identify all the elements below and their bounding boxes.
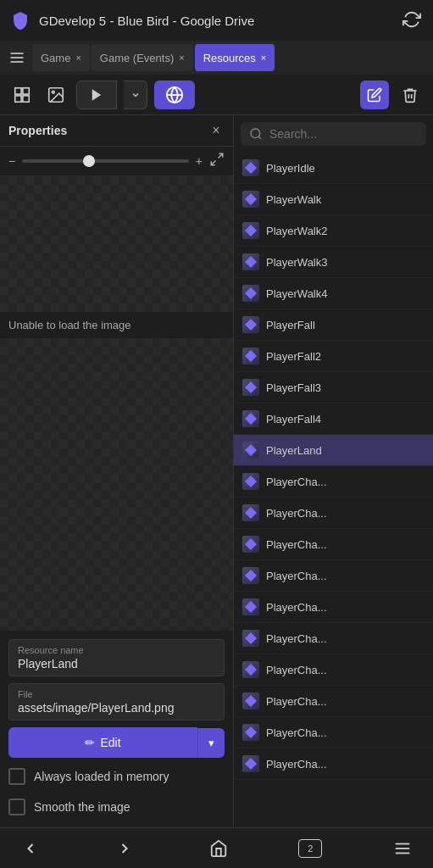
- canvas-error-label: Unable to load the image: [0, 312, 233, 338]
- forward-button[interactable]: [111, 835, 138, 862]
- tab-resources-close[interactable]: ×: [261, 53, 266, 63]
- list-item[interactable]: PlayerCha...: [234, 717, 433, 748]
- list-item[interactable]: PlayerWalk2: [234, 215, 433, 247]
- tab-resources[interactable]: Resources ×: [195, 44, 275, 71]
- home-button[interactable]: [205, 835, 232, 862]
- zoom-thumb: [83, 155, 95, 167]
- resource-thumbnail: [242, 191, 259, 208]
- list-item[interactable]: PlayerWalk: [234, 184, 433, 215]
- svg-line-15: [258, 136, 261, 139]
- resource-thumbnail: [242, 755, 259, 772]
- resource-item-name: PlayerCha...: [266, 538, 327, 551]
- play-button[interactable]: [76, 81, 117, 109]
- resource-item-name: PlayerCha...: [266, 507, 327, 520]
- list-item[interactable]: PlayerCha...: [234, 654, 433, 686]
- list-item[interactable]: PlayerCha...: [234, 560, 433, 592]
- file-group: File assets/image/PlayerLand.png: [8, 683, 225, 721]
- resource-item-name: PlayerCha...: [266, 476, 327, 488]
- svg-marker-9: [92, 89, 102, 101]
- tab-resources-label: Resources: [203, 52, 256, 64]
- resource-thumbnail: [242, 410, 259, 427]
- layout-icon-button[interactable]: [8, 81, 36, 108]
- tab-game[interactable]: Game ×: [32, 44, 90, 71]
- tab-game-events-close[interactable]: ×: [179, 53, 184, 63]
- list-item[interactable]: PlayerWalk3: [234, 247, 433, 278]
- resource-thumbnail: [242, 379, 259, 396]
- resource-item-name: PlayerCha...: [266, 570, 327, 582]
- resource-item-name: PlayerCha...: [266, 632, 327, 645]
- list-item[interactable]: PlayerFall2: [234, 341, 433, 372]
- list-item[interactable]: PlayerCha...: [234, 529, 433, 560]
- tab-game-events-label: Game (Events): [100, 52, 174, 64]
- resource-thumbnail: [242, 473, 259, 490]
- resource-thumbnail: [242, 285, 259, 302]
- resource-thumbnail: [242, 222, 259, 239]
- list-item[interactable]: PlayerCha...: [234, 466, 433, 498]
- globe-button[interactable]: [154, 81, 195, 109]
- list-item[interactable]: PlayerLand: [234, 435, 433, 466]
- app-title: GDevelop 5 - Blue Bird - Google Drive: [39, 14, 394, 28]
- list-item[interactable]: PlayerFall3: [234, 372, 433, 403]
- edit-pencil-button[interactable]: [360, 81, 389, 109]
- resource-thumbnail: [242, 661, 259, 678]
- list-item[interactable]: PlayerCha...: [234, 686, 433, 717]
- resource-thumbnail: [242, 567, 259, 584]
- edit-chevron-button[interactable]: ▾: [197, 728, 225, 758]
- fullscreen-icon[interactable]: [209, 152, 225, 170]
- resource-name-value[interactable]: PlayerLand: [18, 657, 215, 670]
- tab-count-badge[interactable]: 2: [298, 839, 322, 858]
- zoom-in-icon[interactable]: +: [196, 154, 203, 168]
- list-item[interactable]: PlayerCha...: [234, 623, 433, 654]
- svg-point-14: [251, 129, 260, 138]
- always-loaded-label: Always loaded in memory: [34, 770, 169, 783]
- list-item[interactable]: PlayerWalk4: [234, 278, 433, 309]
- smooth-image-checkbox[interactable]: [8, 798, 25, 815]
- resource-item-name: PlayerFall3: [266, 381, 321, 394]
- resource-name-group: Resource name PlayerLand: [8, 639, 225, 676]
- delete-button[interactable]: [396, 81, 425, 109]
- resource-thumbnail: [242, 159, 259, 176]
- tabs-bar: Game × Game (Events) × Resources ×: [0, 41, 433, 75]
- resource-thumbnail: [242, 442, 259, 459]
- zoom-out-icon[interactable]: −: [8, 154, 15, 168]
- resource-thumbnail: [242, 536, 259, 553]
- properties-close-button[interactable]: ×: [208, 122, 225, 139]
- search-input[interactable]: [269, 127, 418, 141]
- always-loaded-checkbox[interactable]: [8, 768, 25, 785]
- properties-title: Properties: [8, 124, 208, 137]
- list-item[interactable]: PlayerFall: [234, 309, 433, 341]
- form-area: Resource name PlayerLand File assets/ima…: [0, 631, 233, 827]
- menu-button[interactable]: [3, 44, 31, 71]
- resource-thumbnail: [242, 504, 259, 521]
- resource-item-name: PlayerWalk: [266, 193, 321, 206]
- top-bar: GDevelop 5 - Blue Bird - Google Drive: [0, 0, 433, 41]
- nav-menu-button[interactable]: [389, 835, 416, 862]
- edit-main-button[interactable]: ✏ Edit: [8, 727, 197, 758]
- file-value[interactable]: assets/image/PlayerLand.png: [18, 701, 215, 715]
- tab-game-events[interactable]: Game (Events) ×: [92, 44, 193, 71]
- resource-list: PlayerIdle PlayerWalk PlayerWalk2 Player…: [234, 153, 433, 827]
- list-item[interactable]: PlayerFall4: [234, 403, 433, 435]
- list-item[interactable]: PlayerCha...: [234, 748, 433, 780]
- list-item[interactable]: PlayerCha...: [234, 498, 433, 529]
- play-dropdown-button[interactable]: [124, 81, 147, 109]
- tab-game-close[interactable]: ×: [75, 53, 80, 63]
- resource-thumbnail: [242, 630, 259, 647]
- zoom-slider[interactable]: [22, 159, 189, 163]
- canvas-area-top: [0, 176, 233, 312]
- resource-item-name: PlayerCha...: [266, 758, 327, 771]
- right-panel: PlayerIdle PlayerWalk PlayerWalk2 Player…: [234, 115, 433, 827]
- shield-icon: [10, 10, 31, 31]
- resource-item-name: PlayerFall: [266, 319, 315, 331]
- resource-name-label: Resource name: [18, 645, 215, 655]
- resource-thumbnail: [242, 724, 259, 741]
- image-icon-button[interactable]: [42, 81, 69, 108]
- back-button[interactable]: [17, 835, 44, 862]
- svg-rect-5: [15, 95, 21, 101]
- list-item[interactable]: PlayerCha...: [234, 592, 433, 623]
- refresh-icon[interactable]: [402, 10, 423, 31]
- canvas-area-bottom: [0, 338, 233, 631]
- svg-point-8: [52, 91, 54, 93]
- resource-thumbnail: [242, 316, 259, 333]
- list-item[interactable]: PlayerIdle: [234, 153, 433, 184]
